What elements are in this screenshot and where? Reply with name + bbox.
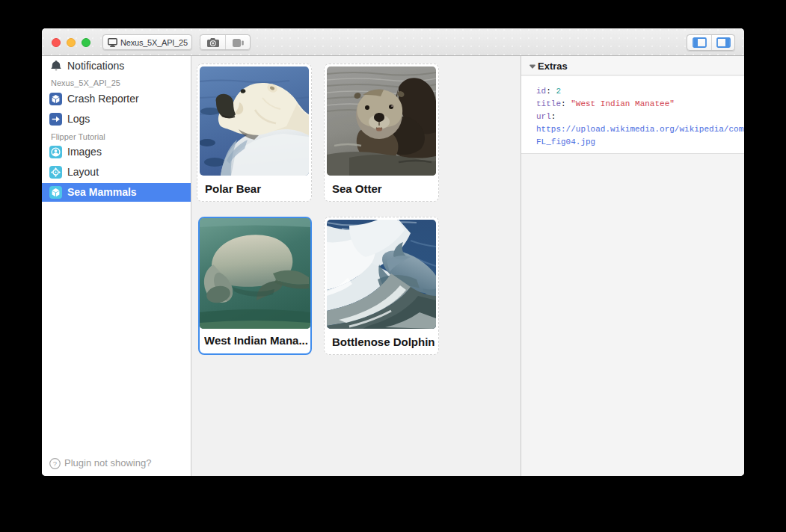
svg-text:?: ? xyxy=(53,460,57,468)
